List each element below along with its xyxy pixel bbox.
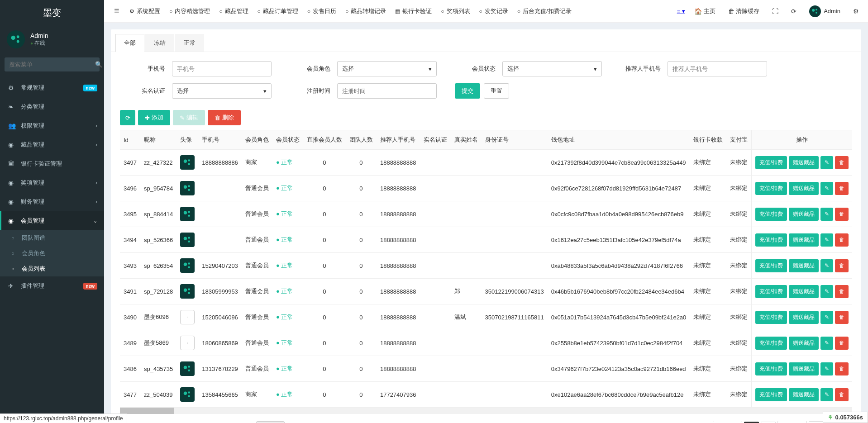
- settings-button[interactable]: ⚙: [849, 0, 863, 23]
- table-header[interactable]: 手机号: [198, 130, 242, 150]
- filter-phone-input[interactable]: [172, 61, 272, 76]
- submenu-item[interactable]: ○团队图谱: [0, 230, 104, 246]
- filter-role-select[interactable]: 选择▾: [337, 61, 437, 76]
- recharge-button[interactable]: 充值/扣费: [755, 233, 787, 247]
- row-delete-button[interactable]: 🗑: [835, 259, 849, 272]
- tabs-more-button[interactable]: ≡ ▾: [672, 8, 690, 14]
- row-delete-button[interactable]: 🗑: [835, 362, 849, 375]
- home-link[interactable]: 🏠 主页: [690, 0, 720, 23]
- user-menu[interactable]: Admin: [805, 0, 845, 23]
- gift-button[interactable]: 赠送藏品: [789, 337, 819, 350]
- add-button[interactable]: ✚添加: [138, 110, 170, 125]
- gift-button[interactable]: 赠送藏品: [789, 182, 819, 195]
- page-number[interactable]: 2: [761, 422, 776, 423]
- top-tab[interactable]: ○奖项列表: [436, 0, 474, 23]
- row-delete-button[interactable]: 🗑: [835, 311, 849, 324]
- sidebar-item[interactable]: 🏛银行卡验证管理: [0, 154, 104, 173]
- table-header[interactable]: 操作: [752, 130, 852, 150]
- submenu-item[interactable]: ○会员列表: [0, 261, 104, 276]
- recharge-button[interactable]: 充值/扣费: [755, 388, 787, 401]
- submenu-item[interactable]: ○会员角色: [0, 246, 104, 261]
- status-tab[interactable]: 冻结: [145, 34, 174, 52]
- top-tab[interactable]: ○发售日历: [303, 0, 341, 23]
- row-delete-button[interactable]: 🗑: [835, 285, 849, 298]
- table-header[interactable]: 会员角色: [242, 130, 272, 150]
- sidebar-item[interactable]: ◉财务管理‹: [0, 192, 104, 211]
- recharge-button[interactable]: 充值/扣费: [755, 362, 787, 375]
- sidebar-item[interactable]: ◉会员管理⌄: [0, 211, 104, 230]
- gift-button[interactable]: 赠送藏品: [789, 259, 819, 272]
- recharge-button[interactable]: 充值/扣费: [755, 285, 787, 298]
- recharge-button[interactable]: 充值/扣费: [755, 259, 787, 272]
- filter-regtime-input[interactable]: [337, 83, 437, 99]
- gift-button[interactable]: 赠送藏品: [789, 285, 819, 298]
- top-tab[interactable]: ○内容精选管理: [165, 0, 215, 23]
- sidebar-item[interactable]: ✈插件管理new: [0, 276, 104, 295]
- status-tab[interactable]: 全部: [115, 34, 144, 52]
- status-tab[interactable]: 正常: [175, 34, 204, 52]
- row-edit-button[interactable]: ✎: [820, 337, 833, 350]
- table-header[interactable]: 真实姓名: [451, 130, 482, 150]
- nav-toggle-icon[interactable]: ☰: [109, 8, 125, 14]
- page-prev[interactable]: 上一页: [713, 421, 742, 423]
- table-header[interactable]: 身份证号: [482, 130, 548, 150]
- table-header[interactable]: 团队人数: [346, 130, 377, 150]
- submit-button[interactable]: 提交: [455, 83, 480, 99]
- table-header[interactable]: 推荐人手机号: [377, 130, 420, 150]
- delete-button[interactable]: 🗑删除: [208, 110, 241, 125]
- h-scrollbar[interactable]: [120, 408, 852, 414]
- sidebar-item[interactable]: ◉奖项管理‹: [0, 173, 104, 192]
- filter-realname-select[interactable]: 选择▾: [172, 83, 272, 99]
- row-delete-button[interactable]: 🗑: [835, 388, 849, 401]
- table-header[interactable]: 支付宝: [726, 130, 752, 150]
- page-next[interactable]: 下一页: [777, 421, 807, 423]
- recharge-button[interactable]: 充值/扣费: [755, 182, 787, 195]
- table-header[interactable]: 直推会员人数: [303, 130, 346, 150]
- row-edit-button[interactable]: ✎: [820, 259, 833, 272]
- row-delete-button[interactable]: 🗑: [835, 208, 849, 221]
- row-delete-button[interactable]: 🗑: [835, 156, 849, 169]
- table-header[interactable]: Id: [120, 130, 140, 150]
- table-header[interactable]: 钱包地址: [548, 130, 690, 150]
- row-delete-button[interactable]: 🗑: [835, 182, 849, 195]
- refresh-table-button[interactable]: ⟳: [120, 110, 135, 125]
- row-edit-button[interactable]: ✎: [820, 362, 833, 375]
- row-edit-button[interactable]: ✎: [820, 182, 833, 195]
- row-edit-button[interactable]: ✎: [820, 208, 833, 221]
- user-avatar[interactable]: [7, 30, 25, 48]
- search-input[interactable]: [5, 57, 90, 71]
- top-tab[interactable]: ○藏品订单管理: [253, 0, 303, 23]
- sidebar-item[interactable]: ⚙常规管理new: [0, 78, 104, 97]
- gift-button[interactable]: 赠送藏品: [789, 388, 819, 401]
- top-tab[interactable]: ○后台充值/扣费记录: [513, 0, 576, 23]
- top-tab[interactable]: ○藏品转增记录: [341, 0, 391, 23]
- top-tab[interactable]: ▦银行卡验证: [391, 0, 436, 23]
- recharge-button[interactable]: 充值/扣费: [755, 337, 787, 350]
- recharge-button[interactable]: 充值/扣费: [755, 311, 787, 324]
- fullscreen-button[interactable]: ⛶: [768, 0, 783, 23]
- filter-status-select[interactable]: 选择▾: [502, 61, 602, 76]
- table-header[interactable]: 银行卡收款: [690, 130, 726, 150]
- row-edit-button[interactable]: ✎: [820, 311, 833, 324]
- gift-button[interactable]: 赠送藏品: [789, 208, 819, 221]
- recharge-button[interactable]: 充值/扣费: [755, 208, 787, 221]
- h-scroll-thumb[interactable]: [120, 408, 174, 414]
- row-delete-button[interactable]: 🗑: [835, 337, 849, 350]
- recharge-button[interactable]: 充值/扣费: [755, 156, 787, 169]
- gift-button[interactable]: 赠送藏品: [789, 362, 819, 375]
- gift-button[interactable]: 赠送藏品: [789, 311, 819, 324]
- table-header[interactable]: 会员状态: [272, 130, 303, 150]
- page-number[interactable]: 1: [744, 422, 759, 423]
- row-edit-button[interactable]: ✎: [820, 388, 833, 401]
- top-tab[interactable]: ⚙系统配置: [125, 0, 165, 23]
- sidebar-item[interactable]: ❧分类管理: [0, 97, 104, 116]
- sidebar-item[interactable]: ◉藏品管理‹: [0, 135, 104, 154]
- reset-button[interactable]: 重置: [484, 83, 509, 99]
- sidebar-item[interactable]: 👥权限管理‹: [0, 116, 104, 135]
- top-tab[interactable]: ○藏品管理: [215, 0, 253, 23]
- filter-referrer-input[interactable]: [668, 61, 767, 76]
- table-header[interactable]: 昵称: [140, 130, 176, 150]
- clear-cache-link[interactable]: 🗑 清除缓存: [724, 0, 764, 23]
- table-header[interactable]: 实名认证: [420, 130, 451, 150]
- edit-button[interactable]: ✎编辑: [173, 110, 205, 125]
